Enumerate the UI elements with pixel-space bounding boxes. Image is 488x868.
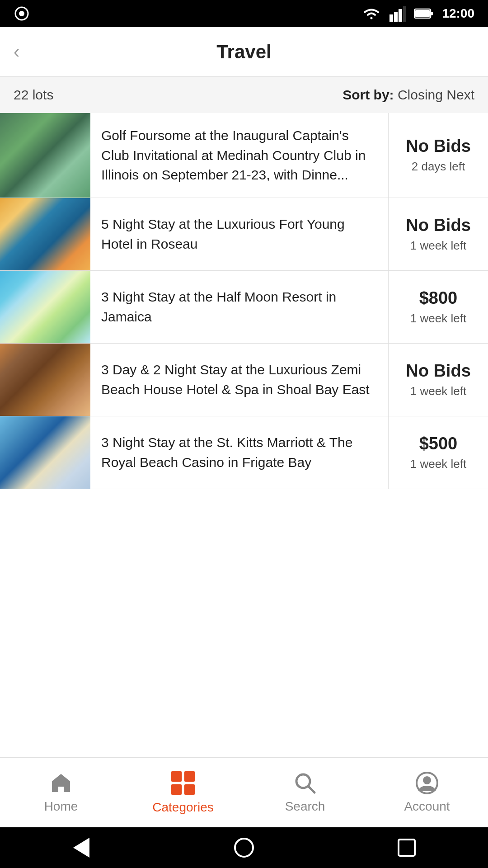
- listing-info: Golf Foursome at the Inaugural Captain's…: [90, 113, 389, 198]
- android-back-button[interactable]: [68, 834, 95, 861]
- nav-label-home: Home: [44, 799, 78, 814]
- bid-amount: No Bids: [406, 137, 471, 156]
- listing-item[interactable]: 3 Night Stay at the Half Moon Resort in …: [0, 271, 488, 344]
- svg-rect-2: [389, 14, 393, 22]
- bid-time: 1 week left: [410, 457, 466, 471]
- sort-bar: 22 lots Sort by: Closing Next: [0, 77, 488, 113]
- bid-time: 2 days left: [412, 160, 465, 174]
- sort-prefix: Sort by:: [343, 87, 394, 102]
- back-button[interactable]: ‹: [14, 42, 19, 62]
- signal-bars-icon: [389, 5, 406, 22]
- bottom-nav: Home Categories Search: [0, 757, 488, 827]
- listing-item[interactable]: Golf Foursome at the Inaugural Captain's…: [0, 113, 488, 198]
- bid-time: 1 week left: [410, 311, 466, 326]
- svg-rect-11: [171, 784, 182, 795]
- bid-time: 1 week left: [410, 239, 466, 253]
- sort-control[interactable]: Sort by: Closing Next: [343, 87, 474, 103]
- listing-bid: No Bids 2 days left: [389, 113, 488, 198]
- svg-rect-7: [431, 12, 433, 15]
- svg-rect-8: [415, 10, 430, 17]
- listing-title: 5 Night Stay at the Luxurious Fort Young…: [101, 214, 377, 254]
- svg-point-1: [19, 11, 24, 16]
- svg-rect-4: [399, 9, 402, 22]
- listings-container: Golf Foursome at the Inaugural Captain's…: [0, 113, 488, 757]
- listing-image: [0, 416, 90, 489]
- listing-info: 3 Night Stay at the St. Kitts Marriott &…: [90, 416, 389, 489]
- sort-value: Closing Next: [398, 87, 474, 102]
- nav-item-categories[interactable]: Categories: [122, 763, 244, 822]
- listing-item[interactable]: 5 Night Stay at the Luxurious Fort Young…: [0, 198, 488, 271]
- listing-title: Golf Foursome at the Inaugural Captain's…: [101, 126, 377, 185]
- android-recents-button[interactable]: [393, 834, 420, 861]
- nav-label-search: Search: [285, 799, 325, 814]
- svg-rect-5: [403, 6, 406, 22]
- battery-icon: [414, 7, 434, 20]
- home-icon: [49, 771, 73, 795]
- listing-item[interactable]: 3 Night Stay at the St. Kitts Marriott &…: [0, 416, 488, 489]
- listing-bid: $500 1 week left: [389, 416, 488, 489]
- nav-label-categories: Categories: [152, 800, 213, 815]
- listing-info: 5 Night Stay at the Luxurious Fort Young…: [90, 198, 389, 270]
- search-icon: [293, 771, 317, 795]
- svg-point-16: [423, 776, 431, 784]
- time-display: 12:00: [442, 6, 474, 21]
- listing-info: 3 Night Stay at the Half Moon Resort in …: [90, 271, 389, 343]
- status-bar: 12:00: [0, 0, 488, 27]
- svg-rect-3: [394, 12, 398, 22]
- account-icon: [415, 771, 439, 795]
- android-home-button[interactable]: [230, 834, 258, 861]
- header: ‹ Travel: [0, 27, 488, 77]
- svg-line-14: [308, 786, 314, 793]
- listing-title: 3 Night Stay at the St. Kitts Marriott &…: [101, 433, 377, 472]
- listing-item[interactable]: 3 Day & 2 Night Stay at the Luxurious Ze…: [0, 344, 488, 416]
- nav-item-search[interactable]: Search: [244, 764, 366, 821]
- lots-count: 22 lots: [14, 87, 53, 103]
- status-bar-left: [14, 5, 30, 22]
- wifi-icon: [361, 5, 381, 22]
- listing-image: [0, 271, 90, 343]
- svg-rect-12: [184, 784, 195, 795]
- listing-info: 3 Day & 2 Night Stay at the Luxurious Ze…: [90, 344, 389, 416]
- listing-bid: $800 1 week left: [389, 271, 488, 343]
- bid-time: 1 week left: [410, 384, 466, 398]
- listing-title: 3 Day & 2 Night Stay at the Luxurious Ze…: [101, 360, 377, 399]
- categories-icon: [170, 770, 196, 796]
- signal-icon: [14, 5, 30, 22]
- bid-amount: $500: [419, 434, 458, 453]
- svg-rect-10: [184, 771, 195, 782]
- listing-title: 3 Night Stay at the Half Moon Resort in …: [101, 287, 377, 326]
- svg-rect-9: [171, 771, 182, 782]
- nav-item-home[interactable]: Home: [0, 764, 122, 821]
- nav-item-account[interactable]: Account: [366, 764, 488, 821]
- listing-bid: No Bids 1 week left: [389, 198, 488, 270]
- page-title: Travel: [216, 41, 271, 63]
- bid-amount: $800: [419, 288, 458, 308]
- android-nav-bar: [0, 827, 488, 868]
- bid-amount: No Bids: [406, 216, 471, 235]
- listing-image: [0, 113, 90, 198]
- bid-amount: No Bids: [406, 361, 471, 381]
- listing-bid: No Bids 1 week left: [389, 344, 488, 416]
- status-bar-right: 12:00: [361, 5, 474, 22]
- listing-image: [0, 198, 90, 270]
- listing-image: [0, 344, 90, 416]
- nav-label-account: Account: [404, 799, 450, 814]
